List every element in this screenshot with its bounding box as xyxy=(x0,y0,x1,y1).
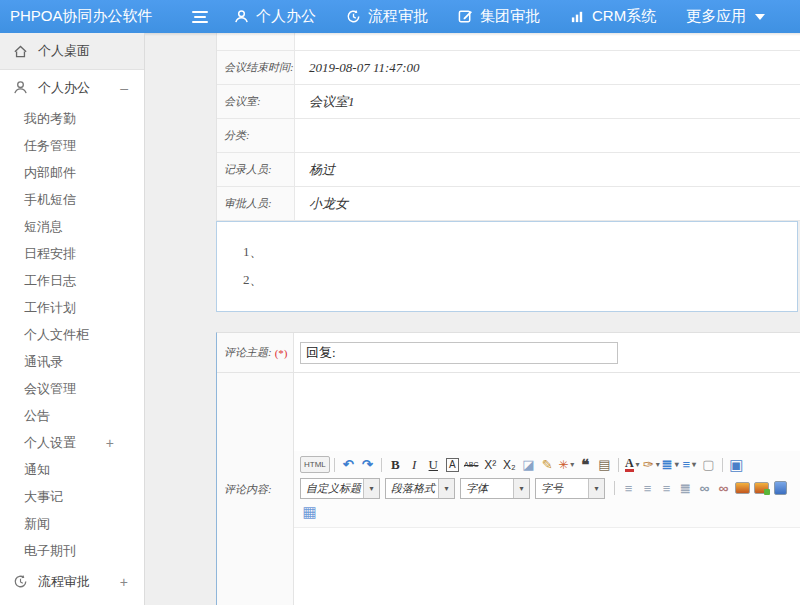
sidebar-item-sms[interactable]: 手机短信 xyxy=(0,186,144,213)
comment-subject-input[interactable] xyxy=(300,342,618,364)
toolbar-row-1: HTML ↶ ↷ B I U A ABC xyxy=(300,455,798,475)
toolbar-row-2: 自定义标题▾ 段落格式▾ 字体▾ 字号▾ ≡ ≡ ≡ ≣ ∞ xyxy=(300,478,798,499)
sidebar-item-workflow-approval[interactable]: 流程审批 + xyxy=(0,564,144,599)
table-row-category: 分类: xyxy=(217,119,800,153)
nav-label: 集团审批 xyxy=(480,7,540,26)
sidebar-item-short-message[interactable]: 短消息 xyxy=(0,213,144,240)
nav-group-approval[interactable]: 集团审批 xyxy=(458,7,540,26)
sidebar-item-personal-office[interactable]: 个人办公 – xyxy=(0,70,144,105)
nav-workflow-approval[interactable]: 流程审批 xyxy=(346,7,428,26)
strikethrough-button[interactable]: ABC xyxy=(462,455,481,475)
unordered-list-icon[interactable]: ≡▾ xyxy=(680,455,699,475)
unlink-icon[interactable]: ∞ xyxy=(714,478,733,498)
sidebar-item-my-attendance[interactable]: 我的考勤 xyxy=(0,105,144,132)
italic-button[interactable]: I xyxy=(405,455,424,475)
crm-icon xyxy=(570,9,585,24)
align-center-icon[interactable]: ≡ xyxy=(638,478,657,498)
caret-down-icon: ▾ xyxy=(513,479,529,498)
toolbar-row-3: ▦ xyxy=(300,502,798,522)
field-value: 小龙女 xyxy=(295,187,800,220)
html-source-button[interactable]: HTML xyxy=(300,456,330,473)
comment-content-row: 评论内容: HTML ↶ ↷ xyxy=(217,373,800,605)
underline-button[interactable]: U xyxy=(424,455,443,475)
sidebar-item-personal-settings[interactable]: 个人设置 + xyxy=(0,429,144,456)
bold-button[interactable]: B xyxy=(386,455,405,475)
required-mark: (*) xyxy=(275,347,288,359)
field-label: 会议室: xyxy=(217,85,295,118)
superscript-button[interactable]: X² xyxy=(481,455,500,475)
caret-down-icon: ▾ xyxy=(438,479,454,498)
sidebar: 个人桌面 个人办公 – 我的考勤 任务管理 内部邮件 手机短信 短消息 日程安排… xyxy=(0,33,145,605)
topbar: PHPOA协同办公软件 个人办公 流程审批 集团审批 CRM系统 更多应用 xyxy=(0,0,800,33)
sidebar-item-contacts[interactable]: 通讯录 xyxy=(0,348,144,375)
nav-personal-office[interactable]: 个人办公 xyxy=(234,7,316,26)
nav-crm-system[interactable]: CRM系统 xyxy=(570,7,656,26)
sidebar-item-schedule[interactable]: 日程安排 xyxy=(0,240,144,267)
font-style-icon[interactable]: A xyxy=(443,455,462,475)
link-icon[interactable]: ∞ xyxy=(695,478,714,498)
field-value: 会议室1 xyxy=(295,85,800,118)
font-color-button[interactable]: A▾ xyxy=(623,455,642,475)
collapse-icon[interactable]: – xyxy=(120,80,128,96)
note-line: 1、 xyxy=(243,238,797,266)
paragraph-format-select[interactable]: 段落格式▾ xyxy=(385,478,455,499)
sidebar-item-task-management[interactable]: 任务管理 xyxy=(0,132,144,159)
caret-down-icon xyxy=(755,14,765,20)
new-page-icon[interactable]: ▢ xyxy=(699,455,718,475)
insert-table-icon[interactable]: ▦ xyxy=(300,502,319,522)
sidebar-item-major-events[interactable]: 大事记 xyxy=(0,483,144,510)
main-content: 会议结束时间: 2019-08-07 11:47:00 会议室: 会议室1 分类… xyxy=(145,33,800,605)
font-size-select[interactable]: 字号▾ xyxy=(535,478,605,499)
upload-image-icon[interactable] xyxy=(752,478,771,498)
sidebar-item-internal-mail[interactable]: 内部邮件 xyxy=(0,159,144,186)
align-left-icon[interactable]: ≡ xyxy=(619,478,638,498)
sidebar-item-meeting-management[interactable]: 会议管理 xyxy=(0,375,144,402)
table-row-meeting-end-time: 会议结束时间: 2019-08-07 11:47:00 xyxy=(217,51,800,85)
align-right-icon[interactable]: ≡ xyxy=(657,478,676,498)
insert-media-icon[interactable] xyxy=(771,478,790,498)
user-icon xyxy=(234,9,249,24)
field-label: 审批人员: xyxy=(217,187,295,220)
sidebar-item-label: 个人桌面 xyxy=(38,42,90,60)
sidebar-item-personal-desktop[interactable]: 个人桌面 xyxy=(0,33,144,70)
insert-image-icon[interactable] xyxy=(733,478,752,498)
sidebar-item-work-log[interactable]: 工作日志 xyxy=(0,267,144,294)
paste-icon[interactable]: ▤ xyxy=(595,455,614,475)
sidebar-item-notice[interactable]: 通知 xyxy=(0,456,144,483)
format-brush-icon[interactable]: ✎ xyxy=(538,455,557,475)
home-icon xyxy=(13,44,28,59)
field-label: 会议结束时间: xyxy=(217,51,295,84)
fullscreen-icon[interactable]: ▣ xyxy=(727,455,746,475)
menu-toggle-icon[interactable] xyxy=(192,11,208,23)
redo-icon[interactable]: ↷ xyxy=(358,455,377,475)
heading-select[interactable]: 自定义标题▾ xyxy=(300,478,380,499)
sidebar-item-news[interactable]: 新闻 xyxy=(0,510,144,537)
phpoa-app: PHPOA协同办公软件 个人办公 流程审批 集团审批 CRM系统 更多应用 xyxy=(0,0,800,605)
blockquote-icon[interactable]: ❝ xyxy=(576,455,595,475)
sidebar-item-work-plan[interactable]: 工作计划 xyxy=(0,294,144,321)
eraser-icon[interactable]: ◪ xyxy=(519,455,538,475)
caret-down-icon: ▾ xyxy=(363,479,379,498)
align-justify-icon[interactable]: ≣ xyxy=(676,478,695,498)
field-value: 2019-08-07 11:47:00 xyxy=(295,51,800,84)
table-row-approver: 审批人员: 小龙女 xyxy=(217,187,800,221)
undo-icon[interactable]: ↶ xyxy=(339,455,358,475)
sidebar-item-e-journal[interactable]: 电子期刊 xyxy=(0,537,144,564)
comment-subject-label: 评论主题: (*) xyxy=(217,333,294,372)
sidebar-item-personal-files[interactable]: 个人文件柜 xyxy=(0,321,144,348)
sidebar-item-label: 个人办公 xyxy=(38,79,90,97)
expand-icon[interactable]: + xyxy=(106,435,114,451)
font-family-select[interactable]: 字体▾ xyxy=(460,478,530,499)
nav-label: 个人办公 xyxy=(256,7,316,26)
nav-more-apps[interactable]: 更多应用 xyxy=(686,7,765,26)
group-approve-icon xyxy=(458,9,473,24)
nav-label: 流程审批 xyxy=(368,7,428,26)
highlight-icon[interactable]: ✑▾ xyxy=(642,455,661,475)
sidebar-item-announcement[interactable]: 公告 xyxy=(0,402,144,429)
paint-icon[interactable]: ✳▾ xyxy=(557,455,576,475)
ordered-list-icon[interactable]: ≣▾ xyxy=(661,455,680,475)
caret-down-icon: ▾ xyxy=(588,479,604,498)
field-value: 杨过 xyxy=(295,153,800,186)
subscript-button[interactable]: X₂ xyxy=(500,455,519,475)
expand-icon[interactable]: + xyxy=(120,574,128,590)
